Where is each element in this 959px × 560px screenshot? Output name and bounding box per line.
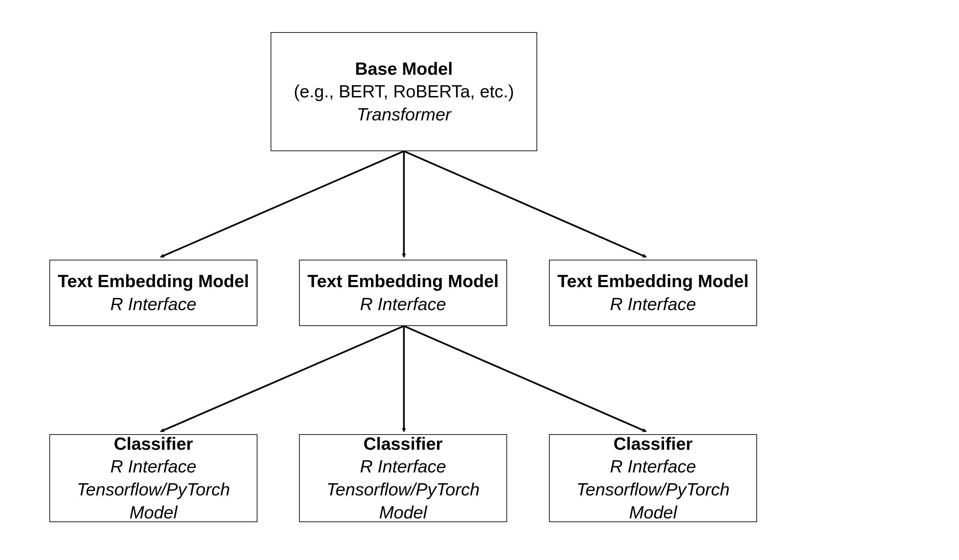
embedding-model-2-node: Text Embedding Model R Interface	[299, 260, 507, 326]
base-model-subtitle: (e.g., BERT, RoBERTa, etc.)	[294, 80, 514, 103]
classifier-2-framework: Tensorflow/PyTorch Model	[306, 478, 500, 524]
embedding-model-1-type: R Interface	[110, 293, 196, 316]
embedding-model-1-node: Text Embedding Model R Interface	[49, 260, 257, 326]
base-model-node: Base Model (e.g., BERT, RoBERTa, etc.) T…	[271, 32, 537, 151]
embedding-model-3-type: R Interface	[610, 293, 696, 316]
classifier-1-interface: R Interface	[110, 455, 196, 478]
classifier-2-node: Classifier R Interface Tensorflow/PyTorc…	[299, 434, 507, 522]
classifier-1-title: Classifier	[114, 433, 193, 455]
embedding-model-2-type: R Interface	[360, 293, 446, 316]
base-model-type: Transformer	[357, 103, 451, 126]
classifier-3-title: Classifier	[613, 433, 693, 455]
classifier-2-interface: R Interface	[360, 455, 446, 478]
svg-line-0	[161, 151, 404, 257]
classifier-1-framework: Tensorflow/PyTorch Model	[57, 478, 250, 524]
classifier-1-node: Classifier R Interface Tensorflow/PyTorc…	[49, 434, 257, 522]
embedding-model-2-title: Text Embedding Model	[307, 270, 499, 293]
svg-line-3	[161, 326, 404, 431]
svg-line-5	[404, 326, 646, 431]
base-model-title: Base Model	[355, 57, 453, 81]
classifier-3-interface: R Interface	[610, 455, 696, 478]
embedding-model-1-title: Text Embedding Model	[58, 270, 249, 293]
embedding-model-3-node: Text Embedding Model R Interface	[549, 260, 757, 326]
classifier-3-node: Classifier R Interface Tensorflow/PyTorc…	[549, 434, 757, 522]
svg-line-2	[404, 151, 646, 257]
embedding-model-3-title: Text Embedding Model	[558, 270, 749, 293]
classifier-3-framework: Tensorflow/PyTorch Model	[556, 478, 750, 524]
classifier-2-title: Classifier	[363, 433, 443, 455]
